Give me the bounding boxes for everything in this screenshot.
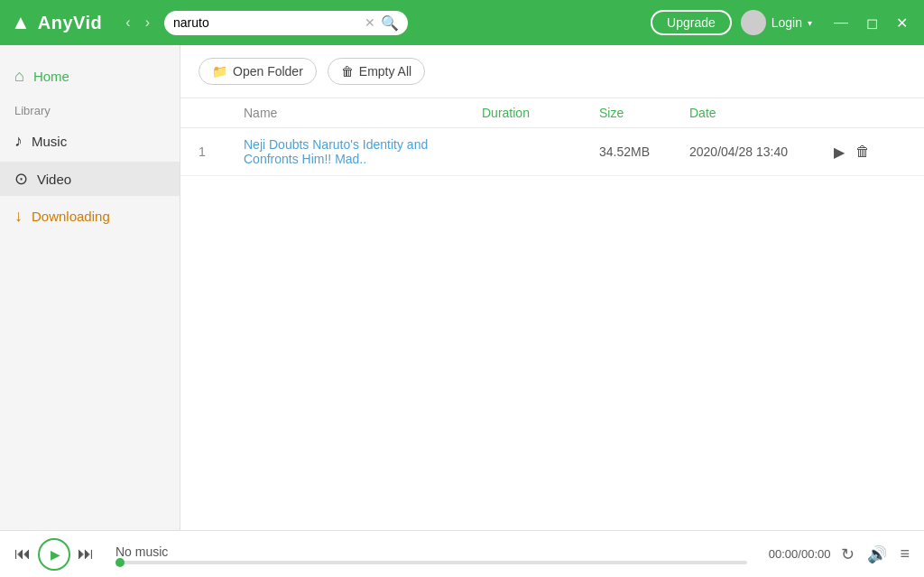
downloading-label: Downloading: [32, 209, 110, 224]
video-icon: ⊙: [14, 169, 28, 189]
home-label: Home: [33, 69, 69, 84]
row-actions: ▶ 🗑: [834, 144, 906, 161]
player-right-controls: ↻ 🔊 ≡: [841, 544, 910, 564]
window-controls: — ◻ ✕: [828, 13, 913, 33]
open-folder-label: Open Folder: [233, 64, 303, 79]
row-date: 2020/04/28 13:40: [689, 144, 834, 159]
nav-arrows: ‹ ›: [120, 11, 155, 34]
delete-row-button[interactable]: 🗑: [855, 144, 870, 160]
col-num-header: [199, 106, 244, 120]
playlist-button[interactable]: ≡: [900, 544, 910, 563]
avatar: [741, 10, 766, 35]
search-button[interactable]: 🔍: [381, 14, 399, 32]
play-button[interactable]: ▶: [38, 538, 70, 571]
logo-icon: ▲: [11, 11, 31, 34]
search-input[interactable]: [173, 15, 359, 30]
close-button[interactable]: ✕: [891, 13, 913, 33]
empty-all-button[interactable]: 🗑 Empty All: [328, 58, 425, 85]
open-folder-button[interactable]: 📁 Open Folder: [199, 58, 317, 85]
download-icon: ↓: [14, 207, 23, 226]
content-area: 📁 Open Folder 🗑 Empty All Name Duration …: [180, 45, 924, 530]
volume-button[interactable]: 🔊: [867, 544, 887, 564]
forward-button[interactable]: ›: [140, 11, 155, 34]
progress-bar[interactable]: [116, 561, 747, 564]
col-duration-header: Duration: [482, 106, 599, 120]
sidebar-item-home[interactable]: ⌂ Home: [0, 60, 180, 93]
track-info: No music: [105, 544, 758, 564]
sidebar: ⌂ Home Library ♪ Music ⊙ Video ↓ Downloa…: [0, 45, 180, 530]
music-label: Music: [32, 134, 67, 149]
toolbar: 📁 Open Folder 🗑 Empty All: [180, 45, 924, 98]
minimize-button[interactable]: —: [828, 13, 854, 33]
col-actions-header: [834, 106, 906, 120]
play-icon: ▶: [51, 547, 60, 562]
player-controls: ⏮ ▶ ⏭: [14, 538, 94, 571]
sidebar-item-video[interactable]: ⊙ Video: [0, 162, 180, 196]
main-layout: ⌂ Home Library ♪ Music ⊙ Video ↓ Downloa…: [0, 45, 924, 530]
back-button[interactable]: ‹: [120, 11, 135, 34]
upgrade-button[interactable]: Upgrade: [651, 10, 732, 35]
progress-dot: [116, 558, 125, 567]
table-body: 1 Neji Doubts Naruto's Identity and Conf…: [180, 128, 924, 176]
col-name-header: Name: [244, 106, 482, 120]
folder-icon: 📁: [212, 64, 227, 79]
empty-all-label: Empty All: [359, 64, 411, 79]
trash-icon: 🗑: [341, 64, 354, 79]
next-button[interactable]: ⏭: [78, 544, 94, 563]
time-display: 00:00/00:00: [769, 547, 831, 561]
table-header: Name Duration Size Date: [180, 98, 924, 128]
home-icon: ⌂: [14, 67, 24, 86]
col-size-header: Size: [599, 106, 689, 120]
user-area[interactable]: Login ▾: [741, 10, 812, 35]
search-bar: ✕ 🔍: [164, 11, 408, 35]
row-size: 34.52MB: [599, 144, 689, 159]
player-bar: ⏮ ▶ ⏭ No music 00:00/00:00 ↻ 🔊 ≡: [0, 530, 924, 577]
sidebar-item-music[interactable]: ♪ Music: [0, 125, 180, 158]
track-name: No music: [116, 544, 747, 559]
dropdown-arrow-icon: ▾: [808, 18, 812, 28]
video-label: Video: [37, 172, 71, 187]
repeat-button[interactable]: ↻: [841, 544, 855, 564]
row-name[interactable]: Neji Doubts Naruto's Identity and Confro…: [244, 137, 482, 166]
table-row: 1 Neji Doubts Naruto's Identity and Conf…: [180, 128, 924, 176]
play-row-button[interactable]: ▶: [834, 144, 845, 161]
row-number: 1: [199, 144, 244, 159]
login-label: Login: [772, 15, 802, 30]
col-date-header: Date: [689, 106, 834, 120]
app-logo: ▲ AnyVid: [11, 11, 102, 34]
app-name: AnyVid: [38, 13, 103, 33]
library-section-label: Library: [0, 97, 180, 121]
clear-search-icon[interactable]: ✕: [365, 15, 375, 30]
prev-button[interactable]: ⏮: [14, 544, 31, 563]
sidebar-item-downloading[interactable]: ↓ Downloading: [0, 200, 180, 233]
title-bar: ▲ AnyVid ‹ › ✕ 🔍 Upgrade Login ▾ — ◻ ✕: [0, 0, 924, 45]
table-area: Name Duration Size Date 1 Neji Doubts Na…: [180, 98, 924, 530]
maximize-button[interactable]: ◻: [861, 13, 883, 33]
music-icon: ♪: [14, 132, 23, 151]
